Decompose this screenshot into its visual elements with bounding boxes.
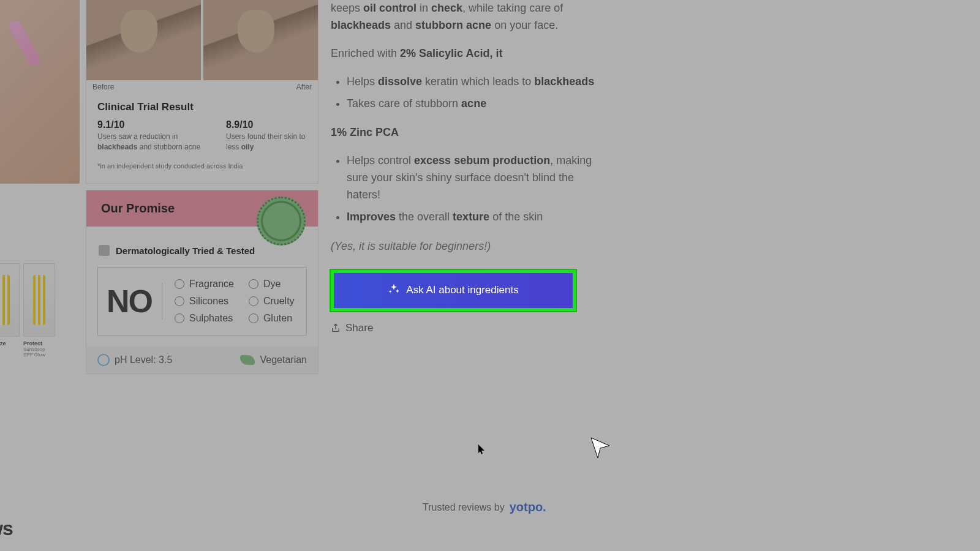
sulphates-icon <box>175 313 184 323</box>
trial-stat-1-num: 9.1/10 <box>97 119 202 130</box>
trial-stat-1-desc: Users saw a reduction in blackheads and … <box>97 132 202 152</box>
product-thumb-image <box>23 263 55 337</box>
cruelty-icon <box>249 296 258 306</box>
product-description: keeps oil control in check, while taking… <box>331 0 600 255</box>
related-product-1[interactable]: nturize Skin rizer <box>0 263 20 358</box>
share-icon <box>331 323 341 333</box>
before-image <box>86 0 201 80</box>
no-gluten: Gluten <box>263 313 292 324</box>
ask-ai-label: Ask AI about ingredients <box>406 284 518 296</box>
ph-icon <box>97 354 110 366</box>
product-thumb-image <box>0 263 20 337</box>
no-dye: Dye <box>263 279 281 290</box>
no-fragrance: Fragrance <box>189 279 234 290</box>
dermatologist-icon <box>99 245 110 256</box>
zinc-heading: 1% Zinc PCA <box>331 126 399 138</box>
trial-stat-2-desc: Users found their skin to less oily <box>226 132 307 152</box>
ceramides-seal-icon <box>257 197 306 246</box>
highlight-cursor-icon <box>588 435 612 459</box>
hero-image <box>0 0 80 184</box>
dye-icon <box>249 279 258 289</box>
vegetarian-label: Vegetarian <box>260 354 307 365</box>
ask-ai-button[interactable]: Ask AI about ingredients <box>331 270 576 311</box>
no-silicones: Silicones <box>189 296 228 307</box>
trial-title: Clinical Trial Result <box>97 101 307 113</box>
sparkle-icon <box>388 283 400 298</box>
no-cruelty: Cruelty <box>263 296 295 307</box>
promise-card: Our Promise Dermatologically Tried & Tes… <box>86 190 318 374</box>
related-product-2[interactable]: Protect Sunscoop SPF Glow <box>23 263 55 358</box>
trial-stat-2-num: 8.9/10 <box>226 119 307 130</box>
trial-footnote: *in an independent study conducted acros… <box>97 162 307 170</box>
leaf-icon <box>240 355 255 365</box>
gluten-icon <box>249 313 258 323</box>
derm-tested-label: Dermatologically Tried & Tested <box>116 246 255 256</box>
after-image <box>203 0 318 80</box>
beginner-note: (Yes, it is suitable for beginners!) <box>331 238 600 255</box>
share-label: Share <box>345 322 373 334</box>
before-label: Before <box>92 83 114 91</box>
yotpo-logo: yotpo. <box>510 500 546 514</box>
reviews-heading: ws <box>0 517 13 540</box>
silicones-icon <box>175 296 184 306</box>
clinical-trial-card: Before After Clinical Trial Result 9.1/1… <box>86 0 318 184</box>
product-thumb-category: Protect <box>23 340 55 347</box>
trusted-reviews: Trusted reviews by yotpo. <box>423 500 546 514</box>
promise-title: Our Promise <box>101 201 175 215</box>
no-sulphates: Sulphates <box>189 313 233 324</box>
share-button[interactable]: Share <box>331 322 600 334</box>
ph-level: pH Level: 3.5 <box>115 354 172 365</box>
fragrance-icon <box>175 279 184 289</box>
cursor-icon <box>478 444 486 455</box>
after-label: After <box>296 83 312 91</box>
product-thumb-category: nturize <box>0 340 20 347</box>
no-label: NO <box>107 283 162 320</box>
